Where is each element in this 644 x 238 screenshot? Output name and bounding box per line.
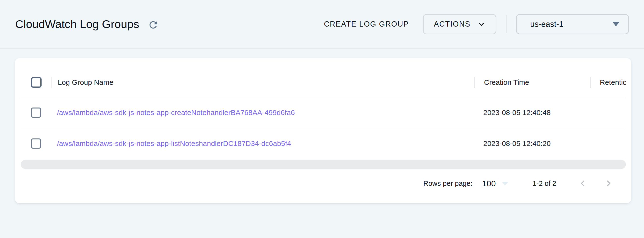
row-checkbox[interactable] bbox=[31, 108, 41, 118]
page-title: CloudWatch Log Groups bbox=[15, 18, 139, 31]
pagination-bar: Rows per page: 100 1-2 of 2 bbox=[21, 169, 626, 198]
chevron-down-icon bbox=[477, 20, 486, 28]
row-time-cell: 2023-08-05 12:40:48 bbox=[474, 108, 590, 117]
header-cell-creation-time: Creation Time bbox=[474, 77, 590, 88]
column-divider bbox=[474, 77, 475, 88]
region-selector-dropdown[interactable]: us-east-1 bbox=[516, 14, 629, 34]
toolbar-divider bbox=[506, 15, 506, 33]
header-cell-retention: Retentio bbox=[590, 77, 626, 88]
creation-time-value: 2023-08-05 12:40:48 bbox=[483, 108, 551, 117]
column-divider bbox=[590, 77, 591, 88]
header-toolbar: CloudWatch Log Groups CREATE LOG GROUP A… bbox=[0, 0, 644, 48]
create-log-group-button[interactable]: CREATE LOG GROUP bbox=[324, 20, 409, 28]
refresh-icon bbox=[148, 19, 159, 30]
pagination-range-label: 1-2 of 2 bbox=[532, 180, 556, 188]
log-group-link[interactable]: /aws/lambda/aws-sdk-js-notes-app-listNot… bbox=[57, 140, 291, 148]
caret-down-icon bbox=[502, 182, 508, 185]
main-content: Log Group Name Creation Time Retentio /a… bbox=[0, 58, 644, 203]
next-page-button[interactable] bbox=[604, 178, 613, 188]
column-divider bbox=[52, 77, 52, 88]
header-cell-log-group-name: Log Group Name bbox=[52, 77, 474, 88]
rows-per-page-value: 100 bbox=[482, 179, 496, 188]
column-header-retention: Retentio bbox=[600, 78, 626, 86]
region-selected-value: us-east-1 bbox=[530, 20, 564, 29]
actions-button-label: ACTIONS bbox=[434, 20, 470, 28]
refresh-button[interactable] bbox=[148, 19, 159, 31]
caret-down-icon bbox=[612, 22, 620, 26]
column-header-log-group-name: Log Group Name bbox=[58, 78, 113, 86]
table-row: /aws/lambda/aws-sdk-js-notes-app-createN… bbox=[21, 97, 626, 128]
row-time-cell: 2023-08-05 12:40:20 bbox=[474, 140, 590, 148]
rows-per-page-label: Rows per page: bbox=[423, 180, 472, 188]
row-name-cell: /aws/lambda/aws-sdk-js-notes-app-listNot… bbox=[52, 140, 474, 148]
header-checkbox-cell bbox=[21, 77, 52, 88]
previous-page-button[interactable] bbox=[578, 178, 588, 188]
horizontal-scrollbar-thumb[interactable] bbox=[21, 160, 626, 169]
select-all-checkbox[interactable] bbox=[31, 77, 42, 88]
row-name-cell: /aws/lambda/aws-sdk-js-notes-app-createN… bbox=[52, 108, 474, 117]
actions-menu-button[interactable]: ACTIONS bbox=[423, 14, 496, 34]
log-group-link[interactable]: /aws/lambda/aws-sdk-js-notes-app-createN… bbox=[57, 108, 295, 117]
horizontal-scrollbar bbox=[21, 160, 626, 169]
chevron-right-icon bbox=[604, 178, 613, 188]
row-checkbox[interactable] bbox=[31, 138, 41, 148]
rows-per-page-select[interactable]: 100 bbox=[482, 179, 508, 188]
creation-time-value: 2023-08-05 12:40:20 bbox=[483, 140, 551, 148]
table-row: /aws/lambda/aws-sdk-js-notes-app-listNot… bbox=[21, 128, 626, 159]
row-checkbox-cell bbox=[21, 138, 52, 148]
chevron-left-icon bbox=[578, 178, 588, 188]
table-header-row: Log Group Name Creation Time Retentio bbox=[21, 68, 626, 97]
log-groups-table-card: Log Group Name Creation Time Retentio /a… bbox=[15, 58, 631, 203]
row-checkbox-cell bbox=[21, 108, 52, 118]
column-header-creation-time: Creation Time bbox=[484, 78, 529, 86]
